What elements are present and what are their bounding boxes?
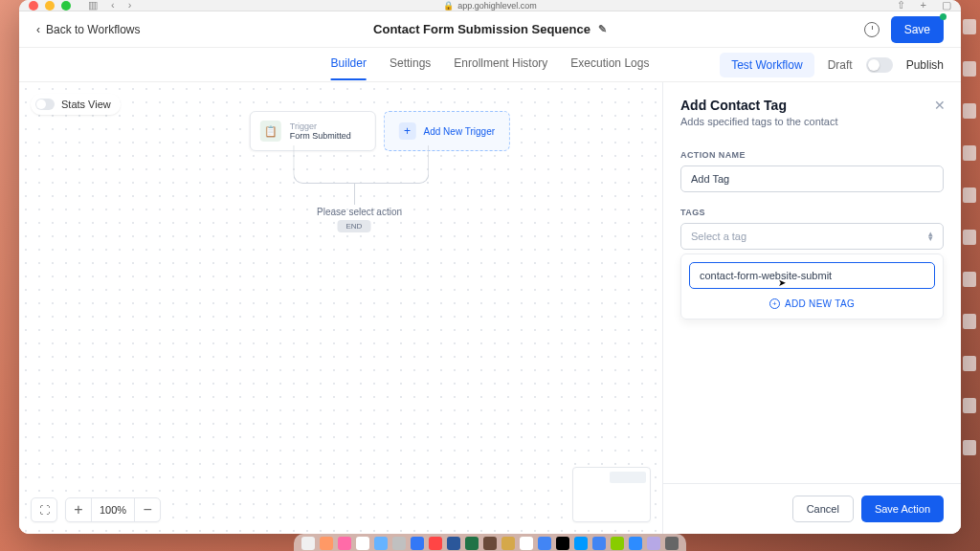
tab-settings[interactable]: Settings bbox=[390, 56, 431, 80]
tags-label: TAGS bbox=[680, 208, 944, 217]
minimap-viewport bbox=[610, 472, 646, 483]
stats-view-label: Stats View bbox=[61, 99, 111, 110]
action-config-panel: Add Contact Tag Adds specified tags to t… bbox=[662, 82, 961, 534]
safari-window: ▥ ‹ › 🔒 app.gohighlevel.com ⇧ + ▢ ‹ Back… bbox=[19, 0, 961, 534]
tab-builder[interactable]: Builder bbox=[331, 56, 367, 80]
chevron-left-icon: ‹ bbox=[36, 23, 40, 36]
stats-view-toggle[interactable]: Stats View bbox=[31, 94, 121, 115]
lock-icon: 🔒 bbox=[443, 1, 454, 11]
tags-select[interactable]: Select a tag ▴▾ bbox=[680, 223, 944, 250]
add-new-tag-button[interactable]: + ADD NEW TAG bbox=[689, 289, 935, 311]
main-area: Stats View 📋 Trigger Form Submitted + bbox=[19, 82, 961, 534]
action-name-input[interactable] bbox=[680, 165, 944, 192]
expand-icon[interactable]: ⛶ bbox=[32, 497, 56, 522]
share-icon[interactable]: ⇧ bbox=[897, 0, 905, 11]
action-name-label: ACTION NAME bbox=[680, 150, 944, 160]
tab-enrollment-history[interactable]: Enrollment History bbox=[454, 56, 547, 80]
app-content: ‹ Back to Workflows Contact Form Submiss… bbox=[19, 11, 961, 534]
edit-icon[interactable]: ✎ bbox=[598, 23, 607, 35]
window-minimize-icon[interactable] bbox=[45, 1, 55, 11]
unsaved-indicator-icon bbox=[940, 13, 947, 20]
save-action-button[interactable]: Save Action bbox=[861, 496, 944, 522]
tab-execution-logs[interactable]: Execution Logs bbox=[570, 56, 649, 80]
form-icon: 📋 bbox=[260, 121, 281, 142]
tag-search-input[interactable] bbox=[689, 262, 935, 289]
tag-dropdown: + ADD NEW TAG bbox=[680, 253, 944, 320]
add-new-tag-label: ADD NEW TAG bbox=[785, 298, 855, 309]
new-tab-icon[interactable]: + bbox=[921, 0, 926, 11]
workflow-canvas[interactable]: Stats View 📋 Trigger Form Submitted + bbox=[19, 82, 662, 534]
plus-icon: + bbox=[399, 122, 416, 140]
close-icon[interactable]: ✕ bbox=[934, 98, 946, 113]
minimap[interactable] bbox=[572, 467, 651, 522]
save-label: Save bbox=[904, 23, 930, 36]
chevron-updown-icon: ▴▾ bbox=[928, 231, 933, 241]
select-action-prompt[interactable]: Please select action bbox=[317, 207, 402, 217]
trigger-subtitle: Form Submitted bbox=[290, 131, 351, 141]
publish-label: Publish bbox=[906, 58, 944, 72]
panel-subtitle: Adds specified tags to the contact bbox=[680, 116, 944, 127]
publish-toggle[interactable] bbox=[866, 57, 893, 73]
tabs-overview-icon[interactable]: ▢ bbox=[942, 0, 951, 11]
zoom-out-button[interactable]: − bbox=[135, 497, 160, 522]
zoom-level: 100% bbox=[91, 498, 135, 521]
connector-line-v bbox=[354, 184, 355, 205]
panel-title: Add Contact Tag bbox=[680, 98, 944, 113]
tags-placeholder: Select a tag bbox=[691, 231, 746, 242]
url-text: app.gohighlevel.com bbox=[457, 1, 537, 11]
window-maximize-icon[interactable] bbox=[61, 1, 71, 11]
macos-dock[interactable] bbox=[294, 534, 686, 551]
end-badge: END bbox=[338, 220, 371, 232]
history-icon[interactable] bbox=[864, 22, 880, 37]
back-nav-icon[interactable]: ‹ bbox=[111, 0, 115, 11]
desktop-file-icons bbox=[963, 19, 978, 455]
sidebar-icon[interactable]: ▥ bbox=[88, 0, 98, 11]
plus-circle-icon: + bbox=[769, 298, 780, 309]
cancel-button[interactable]: Cancel bbox=[792, 496, 854, 522]
back-label: Back to Workflows bbox=[46, 23, 140, 36]
tabs-row: Builder Settings Enrollment History Exec… bbox=[19, 48, 961, 82]
add-trigger-label: Add New Trigger bbox=[424, 126, 495, 137]
back-to-workflows[interactable]: ‹ Back to Workflows bbox=[36, 23, 140, 36]
safari-toolbar: ▥ ‹ › 🔒 app.gohighlevel.com ⇧ + ▢ bbox=[19, 0, 961, 11]
zoom-in-button[interactable]: + bbox=[66, 497, 91, 522]
save-button[interactable]: Save bbox=[891, 16, 944, 43]
title-text: Contact Form Submission Sequence bbox=[373, 22, 590, 36]
window-close-icon[interactable] bbox=[29, 1, 38, 11]
trigger-title: Trigger bbox=[290, 121, 351, 131]
connector-line bbox=[293, 145, 429, 184]
address-bar[interactable]: 🔒 app.gohighlevel.com bbox=[443, 1, 537, 11]
forward-nav-icon[interactable]: › bbox=[128, 0, 132, 11]
toggle-icon bbox=[35, 99, 55, 110]
macos-desktop: ▥ ‹ › 🔒 app.gohighlevel.com ⇧ + ▢ ‹ Back… bbox=[0, 0, 980, 551]
app-header: ‹ Back to Workflows Contact Form Submiss… bbox=[19, 11, 961, 48]
test-workflow-button[interactable]: Test Workflow bbox=[720, 53, 813, 77]
workflow-title: Contact Form Submission Sequence ✎ bbox=[373, 22, 607, 36]
draft-label: Draft bbox=[828, 58, 853, 72]
